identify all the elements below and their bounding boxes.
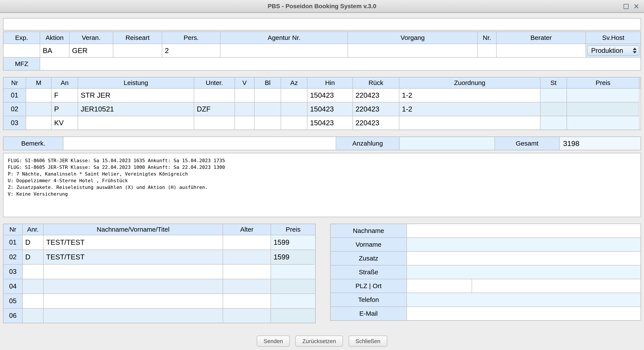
- pax-anr-cell[interactable]: D: [23, 235, 43, 250]
- pax-anr-cell[interactable]: [23, 294, 43, 308]
- svc-an-cell[interactable]: P: [52, 102, 78, 116]
- svc-m-cell[interactable]: [26, 89, 51, 102]
- pax-anr-cell[interactable]: [23, 265, 43, 279]
- pax-name-cell[interactable]: [44, 265, 223, 279]
- agentur-nr-field[interactable]: [220, 44, 348, 57]
- plz-field[interactable]: [407, 279, 472, 293]
- pax-alter-cell[interactable]: [223, 294, 270, 308]
- nachname-field[interactable]: [407, 224, 640, 237]
- exp-field[interactable]: [4, 44, 40, 57]
- svc-row-nr: 03: [4, 116, 26, 130]
- booking-info-text: FLUG: SI-8606 STR-JER Klasse: Sa 15.04.2…: [3, 153, 641, 217]
- pax-col-anr: Anr.: [23, 224, 43, 235]
- pax-row-nr: 04: [4, 279, 22, 294]
- svc-col-preis: Preis: [567, 77, 639, 88]
- bemerk-field[interactable]: [64, 137, 336, 150]
- sv-host-select[interactable]: Produktion: [587, 45, 639, 56]
- nr-field[interactable]: [478, 44, 496, 57]
- svc-hin-cell[interactable]: 150423: [308, 102, 352, 116]
- veran-field[interactable]: GER: [70, 44, 113, 57]
- svc-bl-cell[interactable]: [254, 116, 281, 130]
- svc-m-cell[interactable]: [26, 116, 51, 130]
- pers-field[interactable]: 2: [162, 44, 220, 57]
- pax-row-nr: 02: [4, 250, 22, 264]
- svc-col-az: Az: [281, 77, 307, 88]
- svc-leistung-cell[interactable]: [78, 116, 194, 130]
- aktion-field[interactable]: BA: [40, 44, 69, 57]
- svc-row-nr: 01: [4, 89, 26, 102]
- pax-alter-cell[interactable]: [223, 309, 270, 323]
- svc-zuordnung-cell[interactable]: [399, 116, 540, 130]
- pax-name-cell[interactable]: [44, 279, 223, 294]
- svc-az-cell[interactable]: [281, 89, 307, 102]
- svc-leistung-cell[interactable]: JER10521: [78, 102, 194, 116]
- svc-bl-cell[interactable]: [254, 102, 281, 116]
- anzahlung-field[interactable]: [400, 137, 494, 150]
- svc-hin-cell[interactable]: 150423: [308, 89, 352, 102]
- svc-an-cell[interactable]: F: [52, 89, 78, 102]
- svc-bl-cell[interactable]: [254, 89, 281, 102]
- svc-v-cell[interactable]: [235, 89, 254, 102]
- svc-leistung-cell[interactable]: STR JER: [78, 89, 194, 102]
- pax-anr-cell[interactable]: [23, 279, 43, 294]
- pax-name-cell[interactable]: TEST/TEST: [44, 250, 223, 264]
- info-line: FLUG: SI-8605 JER-STR Klasse: Sa 22.04.2…: [8, 164, 640, 171]
- info-line: U: Doppelzimmer 4-Sterne Hotel , Frühstü…: [8, 177, 640, 184]
- svc-rueck-cell[interactable]: 220423: [353, 116, 399, 130]
- svc-zuordnung-cell[interactable]: 1-2: [399, 102, 540, 116]
- svc-an-cell[interactable]: KV: [52, 116, 78, 130]
- zusatz-field[interactable]: [407, 252, 640, 265]
- berater-field[interactable]: [497, 44, 586, 57]
- svc-unter-cell[interactable]: DZF: [194, 102, 234, 116]
- pax-preis-cell: 1599: [271, 235, 315, 250]
- pax-name-cell[interactable]: [44, 309, 223, 323]
- svc-v-cell[interactable]: [235, 116, 254, 130]
- select-arrows-icon: [633, 48, 637, 53]
- svc-unter-cell[interactable]: [194, 89, 234, 102]
- window-controls: ✕: [624, 0, 639, 13]
- svc-rueck-cell[interactable]: 220423: [353, 102, 399, 116]
- svc-v-cell[interactable]: [235, 102, 254, 116]
- zuruecksetzen-button[interactable]: Zurücksetzen: [295, 336, 343, 347]
- svc-col-bl: Bl: [254, 77, 281, 88]
- svc-row-nr: 02: [4, 102, 26, 116]
- svc-zuordnung-cell[interactable]: 1-2: [399, 89, 540, 102]
- email-field[interactable]: [407, 307, 640, 320]
- svc-m-cell[interactable]: [26, 102, 51, 116]
- pax-name-cell[interactable]: [44, 294, 223, 308]
- svc-az-cell[interactable]: [281, 102, 307, 116]
- close-icon[interactable]: ✕: [634, 4, 639, 9]
- svc-hin-cell[interactable]: 150423: [308, 116, 352, 130]
- svc-az-cell[interactable]: [281, 116, 307, 130]
- vorname-field[interactable]: [407, 238, 640, 251]
- pax-row-nr: 05: [4, 294, 22, 308]
- svc-rueck-cell[interactable]: 220423: [353, 89, 399, 102]
- pax-preis-cell: 1599: [271, 250, 315, 264]
- pax-preis-cell: [271, 279, 315, 294]
- svc-st-cell: [540, 116, 566, 130]
- top-input-bar[interactable]: [3, 18, 641, 30]
- reiseart-field[interactable]: [113, 44, 162, 57]
- pax-anr-cell[interactable]: [23, 309, 43, 323]
- mfz-field[interactable]: [40, 57, 640, 70]
- pax-alter-cell[interactable]: [223, 265, 270, 279]
- svc-col-v: V: [235, 77, 254, 88]
- pax-alter-cell[interactable]: [223, 279, 270, 294]
- pax-alter-cell[interactable]: [223, 250, 270, 264]
- vorgang-field[interactable]: [348, 44, 477, 57]
- pax-name-cell[interactable]: TEST/TEST: [44, 235, 223, 250]
- schliessen-button[interactable]: Schließen: [349, 336, 388, 347]
- svc-st-cell: [540, 89, 566, 102]
- title-bar: PBS - Poseidon Booking System v.3.0 ✕: [0, 0, 644, 13]
- maximize-icon[interactable]: [624, 4, 629, 9]
- senden-button[interactable]: Senden: [257, 336, 290, 347]
- zusatz-label: Zusatz: [330, 252, 406, 265]
- ort-field[interactable]: [472, 279, 640, 293]
- strasse-field[interactable]: [407, 266, 640, 279]
- pax-row-nr: 03: [4, 265, 22, 279]
- pax-alter-cell[interactable]: [223, 235, 270, 250]
- svc-unter-cell[interactable]: [194, 116, 234, 130]
- svc-col-an: An: [52, 77, 78, 88]
- pax-anr-cell[interactable]: D: [23, 250, 43, 264]
- telefon-field[interactable]: [407, 293, 640, 307]
